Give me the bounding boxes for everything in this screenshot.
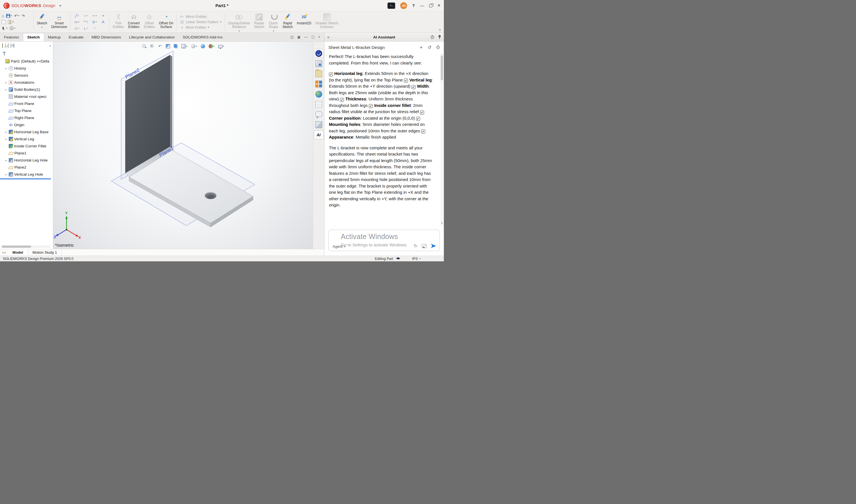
propertymanager-tab[interactable] xyxy=(5,43,6,48)
point-tool[interactable]: ▪ xyxy=(99,13,107,19)
polygon-tool[interactable]: ◇▾ xyxy=(72,25,81,31)
displaymanager-tab[interactable] xyxy=(14,43,14,48)
minimize-window-button[interactable]: — xyxy=(420,3,424,8)
ai-assistant-pane[interactable]: AI xyxy=(314,130,324,139)
circle-tool[interactable]: ○▾ xyxy=(81,13,90,19)
new-chat-icon[interactable]: + xyxy=(420,45,423,50)
tree-filter-row[interactable] xyxy=(0,49,53,56)
sketch-fillet-tool[interactable]: ╮▾ xyxy=(81,25,90,31)
user-avatar[interactable]: JG xyxy=(400,2,407,9)
forum-pane[interactable] xyxy=(314,120,324,129)
collapse-panel-icon[interactable]: » xyxy=(327,35,330,39)
selection-filter-button[interactable]: ▾ xyxy=(8,20,14,24)
construction-line-tool[interactable]: ┄ xyxy=(90,25,99,31)
view-orientation[interactable]: ▾ xyxy=(180,43,188,49)
offset-on-surface-button[interactable]: Offset OnSurface xyxy=(157,12,175,32)
expand-arrow-icon[interactable]: ▸ xyxy=(4,173,7,176)
smart-dimension-button[interactable]: SmartDimension xyxy=(49,12,69,32)
home-button[interactable]: ⌂ xyxy=(2,14,4,18)
tab-markup[interactable]: Markup xyxy=(44,33,65,41)
undo-button[interactable]: ↶▾ xyxy=(14,14,19,18)
convert-entities-button[interactable]: ConvertEntities xyxy=(126,12,142,32)
close-document-button[interactable]: × xyxy=(318,35,320,39)
l-bracket-model[interactable] xyxy=(125,55,253,227)
certification-icon[interactable] xyxy=(396,257,400,260)
line-tool[interactable]: ╱▾ xyxy=(72,13,81,19)
status-units[interactable]: IPS xyxy=(412,257,418,261)
view-palette-pane[interactable] xyxy=(314,100,324,109)
agent-selector[interactable]: Agent▾ xyxy=(333,245,345,249)
rapid-sketch-button[interactable]: RapidSketch xyxy=(281,12,295,32)
menu-expand-icon[interactable]: ▸ xyxy=(60,4,62,7)
appearances-scenes-pane[interactable] xyxy=(314,90,324,98)
tab-scroll-buttons[interactable]: ◂▸ xyxy=(0,249,8,256)
tree-item-inside-corner-fillet[interactable]: Inside Corner Fillet xyxy=(0,143,53,150)
ellipse-tool[interactable]: ⊙▾ xyxy=(90,19,99,25)
spline-tool[interactable]: ∼▾ xyxy=(90,13,99,19)
tab-model[interactable]: Model xyxy=(8,249,28,256)
restore-document-button[interactable]: ▢ xyxy=(311,35,314,39)
help-button[interactable]: ? xyxy=(412,3,415,8)
expand-arrow-icon[interactable]: ▸ xyxy=(4,67,7,70)
tree-item-top-plane[interactable]: Top Plane xyxy=(0,107,53,114)
chat-transcript[interactable]: Perfect! The L-bracket has been successf… xyxy=(325,52,444,229)
tab-solidworks-add-ins[interactable]: SOLIDWORKS Add-Ins xyxy=(179,33,227,41)
expand-arrow-icon[interactable]: ▸ xyxy=(4,81,7,84)
file-explorer-pane[interactable] xyxy=(314,79,324,88)
section-view[interactable] xyxy=(165,43,171,49)
threedexperience-pane[interactable] xyxy=(314,49,324,58)
zoom-to-area[interactable] xyxy=(149,43,155,49)
scroll-down-button[interactable]: ▾ xyxy=(440,221,443,225)
tile-vertical-button[interactable]: ▣ xyxy=(297,35,300,39)
drawing-views[interactable] xyxy=(173,43,178,49)
previous-view[interactable] xyxy=(157,43,163,49)
tree-item-horizontal-leg-hole[interactable]: ▸Horizontal Leg Hole xyxy=(0,157,53,164)
collapse-ribbon-button[interactable]: ∧ xyxy=(439,28,441,32)
save-button[interactable]: ▾ xyxy=(6,14,12,18)
tree-item-plane1[interactable]: Plane1 xyxy=(0,150,53,157)
chat-input-box[interactable]: Agent▾ ↻ xyxy=(328,230,440,251)
chat-history-icon[interactable]: ↺ xyxy=(428,45,431,50)
close-window-button[interactable]: × xyxy=(437,2,440,8)
expand-arrow-icon[interactable]: ▸ xyxy=(4,131,7,133)
hide-show-items[interactable] xyxy=(200,43,206,49)
featuremanager-tab[interactable] xyxy=(2,43,3,48)
chat-scrollbar-thumb[interactable] xyxy=(441,55,443,80)
rollback-bar[interactable] xyxy=(0,178,51,179)
graphics-viewport[interactable]: ▾▾▾▾ xyxy=(53,41,313,249)
tree-item-plane2[interactable]: Plane2 xyxy=(0,164,53,171)
dimxpertmanager-tab[interactable] xyxy=(11,43,11,48)
regenerate-icon[interactable]: ↻ xyxy=(414,243,418,249)
tree-item-vertical-leg-hole[interactable]: ▸Vertical Leg Hole xyxy=(0,171,53,178)
tree-item-origin[interactable]: Origin xyxy=(0,121,53,128)
tree-item-part1-default-defa[interactable]: Part1 (Default) <<Defa xyxy=(0,58,53,65)
tree-item-solid-bodies-1[interactable]: ▸Solid Bodies(1) xyxy=(0,86,53,93)
tree-item-annotations[interactable]: ▸Annotations xyxy=(0,79,53,86)
tree-item-horizontal-leg-base[interactable]: ▸Horizontal Leg Base xyxy=(0,128,53,136)
expand-arrow-icon[interactable]: ▸ xyxy=(4,138,7,141)
terminal-icon[interactable]: >_ xyxy=(387,2,395,9)
tree-scrollbar-thumb[interactable] xyxy=(2,246,31,248)
tab-sketch[interactable]: Sketch xyxy=(23,33,44,41)
configurationmanager-tab[interactable] xyxy=(8,43,8,48)
tree-item-history[interactable]: ▸History xyxy=(0,65,53,72)
attach-image-icon[interactable] xyxy=(422,244,426,248)
select-tool-button[interactable]: ▾ xyxy=(2,26,7,30)
tab-mbd-dimensions[interactable]: MBD Dimensions xyxy=(87,33,125,41)
rectangle-tool[interactable]: ▭▾ xyxy=(72,19,81,25)
tree-item-front-plane[interactable]: Front Plane xyxy=(0,100,53,107)
pin-panel-icon[interactable] xyxy=(438,35,441,39)
chat-settings-icon[interactable] xyxy=(436,46,440,49)
tree-item-sensors[interactable]: Sensors xyxy=(0,72,53,79)
new-document-button[interactable] xyxy=(2,20,6,24)
mounting-hole[interactable] xyxy=(205,192,216,199)
zoom-fit[interactable] xyxy=(141,43,147,49)
comments-pane[interactable] xyxy=(314,110,324,119)
ai-settings-icon[interactable] xyxy=(431,35,434,39)
sketch-button[interactable]: Sketch▾ xyxy=(35,12,49,32)
text-tool[interactable]: A xyxy=(99,19,107,25)
tab-motion-study-1[interactable]: Motion Study 1 xyxy=(28,249,62,256)
tab-features[interactable]: Features xyxy=(0,33,23,41)
arc-tool[interactable]: ◠▾ xyxy=(81,19,90,25)
app-menu[interactable]: SOLIDWORKS Design ▸ xyxy=(0,2,62,9)
